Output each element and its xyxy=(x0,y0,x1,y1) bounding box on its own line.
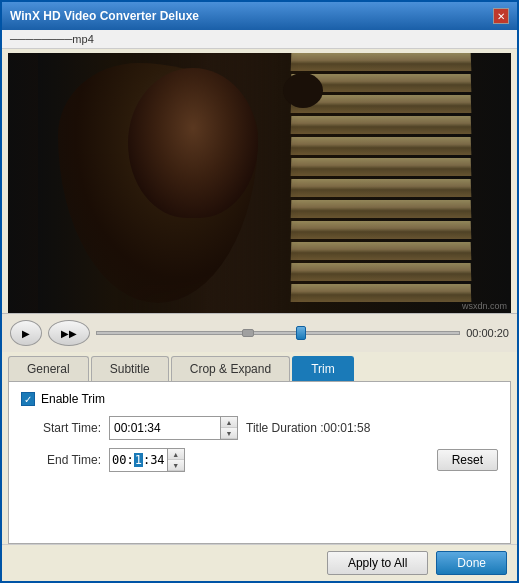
tabs-row: General Subtitle Crop & Expand Trim xyxy=(2,352,517,381)
play-button[interactable]: ▶ xyxy=(10,320,42,346)
start-time-spinners: ▲ ▼ xyxy=(220,417,237,439)
fast-forward-button[interactable]: ▶▶ xyxy=(48,320,90,346)
video-head xyxy=(128,68,258,218)
tab-trim[interactable]: Trim xyxy=(292,356,354,381)
bottom-bar: Apply to All Done xyxy=(2,544,517,581)
end-time-suffix: :34 xyxy=(143,453,165,467)
end-time-label: End Time: xyxy=(21,453,101,467)
end-time-row: End Time: 00:1:34 ▲ ▼ Reset xyxy=(21,448,498,472)
end-time-up[interactable]: ▲ xyxy=(168,449,184,460)
close-button[interactable]: ✕ xyxy=(493,8,509,24)
video-hair xyxy=(283,73,323,108)
end-time-prefix: 00: xyxy=(112,453,134,467)
end-time-input-wrapper[interactable]: 00:1:34 ▲ ▼ xyxy=(109,448,185,472)
start-time-row: Start Time: ▲ ▼ Title Duration :00:01:58 xyxy=(21,416,498,440)
tab-general[interactable]: General xyxy=(8,356,89,381)
enable-trim-checkbox[interactable]: ✓ xyxy=(21,392,35,406)
main-window: WinX HD Video Converter Deluxe ✕ ───────… xyxy=(0,0,519,583)
watermark: wsxdn.com xyxy=(462,301,507,311)
done-button[interactable]: Done xyxy=(436,551,507,575)
tab-content-trim: ✓ Enable Trim Start Time: ▲ ▼ Title Dura… xyxy=(8,381,511,544)
time-display: 00:00:20 xyxy=(466,327,509,339)
play-icon: ▶ xyxy=(22,328,30,339)
seek-bar[interactable] xyxy=(96,325,460,341)
seek-thumb[interactable] xyxy=(296,326,306,340)
controls-bar: ▶ ▶▶ 00:00:20 xyxy=(2,313,517,352)
apply-to-all-button[interactable]: Apply to All xyxy=(327,551,428,575)
tab-crop-expand[interactable]: Crop & Expand xyxy=(171,356,290,381)
start-time-label: Start Time: xyxy=(21,421,101,435)
start-time-input[interactable] xyxy=(110,417,220,439)
seek-handle[interactable] xyxy=(242,329,254,337)
start-time-input-wrapper[interactable]: ▲ ▼ xyxy=(109,416,238,440)
video-preview: wsxdn.com xyxy=(8,53,511,313)
fast-forward-icon: ▶▶ xyxy=(61,328,77,339)
file-name: ────────mp4 xyxy=(10,33,94,45)
end-time-digit: 1 xyxy=(134,453,143,467)
start-time-up[interactable]: ▲ xyxy=(221,417,237,428)
tab-subtitle[interactable]: Subtitle xyxy=(91,356,169,381)
duration-label: Title Duration :00:01:58 xyxy=(246,421,370,435)
end-time-spinners: ▲ ▼ xyxy=(167,449,184,471)
seek-track[interactable] xyxy=(96,331,460,335)
enable-trim-row: ✓ Enable Trim xyxy=(21,392,498,406)
window-title: WinX HD Video Converter Deluxe xyxy=(10,9,199,23)
end-time-display: 00:1:34 xyxy=(110,453,167,467)
title-bar: WinX HD Video Converter Deluxe ✕ xyxy=(2,2,517,30)
enable-trim-label: Enable Trim xyxy=(41,392,105,406)
reset-button[interactable]: Reset xyxy=(437,449,498,471)
start-time-down[interactable]: ▼ xyxy=(221,428,237,439)
file-bar: ────────mp4 xyxy=(2,30,517,49)
end-time-down[interactable]: ▼ xyxy=(168,460,184,471)
